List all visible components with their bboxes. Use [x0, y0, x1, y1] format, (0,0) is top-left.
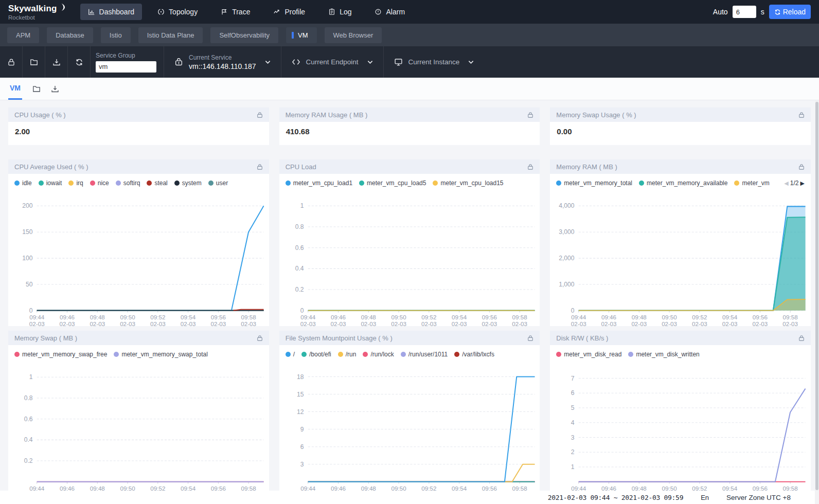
timezone-label[interactable]: Server Zone UTC +8 — [726, 494, 791, 501]
legend-item-run[interactable]: /run — [338, 351, 357, 358]
reload-button[interactable]: Reload — [769, 5, 811, 19]
dashboard-tab-istio[interactable]: Istio — [101, 27, 131, 43]
dashboard-tab-istio-data-plane[interactable]: Istio Data Plane — [138, 27, 203, 43]
legend-item-meter-vm[interactable]: meter_vm — [734, 179, 769, 187]
legend-item-meter-vm-cpu-load5[interactable]: meter_vm_cpu_load5 — [359, 179, 426, 187]
chart-plot[interactable]: 05010015020009:4402-0309:4602-0309:4802-… — [8, 187, 269, 326]
dashboard-tab-label: VM — [298, 31, 308, 39]
chart-plot[interactable]: 123456709:4402-0309:4602-0309:4802-0309:… — [550, 358, 811, 497]
current-instance-selector[interactable]: Current Instance — [383, 46, 485, 78]
legend-item-meter-vm-memory-swap-free[interactable]: meter_vm_memory_swap_free — [14, 351, 107, 358]
legend-item-system[interactable]: system — [174, 179, 202, 187]
scrollbar-thumb[interactable] — [815, 102, 818, 490]
chart-row-1: CPU Average Used ( % ) idleiowaitirqnice… — [8, 159, 811, 326]
dashboard-tab-web-browser[interactable]: Web Browser — [325, 27, 382, 43]
legend-prev-icon[interactable]: ◀ — [784, 180, 788, 187]
lock-icon[interactable] — [257, 112, 263, 118]
svg-text:5: 5 — [571, 404, 575, 411]
code-icon — [292, 58, 300, 66]
chart-file-system-mountpoint-usage[interactable]: 36912151809:4402-0309:4602-0309:4802-030… — [279, 358, 540, 497]
legend-label: meter_vm_memory_swap_total — [121, 351, 207, 358]
legend-next-icon[interactable]: ▶ — [800, 180, 805, 187]
legend-item-meter-vm-memory-swap-total[interactable]: meter_vm_memory_swap_total — [114, 351, 207, 358]
chart-plot[interactable]: 01,0002,0003,0004,00009:4402-0309:4602-0… — [550, 187, 811, 326]
legend-item-softirq[interactable]: softirq — [116, 179, 140, 187]
legend-item-nice[interactable]: nice — [90, 179, 109, 187]
card-title: Memory Swap Usage ( % ) — [556, 111, 636, 119]
lock-icon[interactable] — [798, 335, 805, 341]
lock-icon[interactable] — [527, 112, 533, 118]
lock-icon[interactable] — [527, 335, 533, 341]
svg-text:0.8: 0.8 — [295, 223, 304, 230]
legend-item-irq[interactable]: irq — [68, 179, 83, 187]
current-service-selector[interactable]: Current Service vm::146.148.110.187 — [164, 46, 281, 78]
legend-item-steal[interactable]: steal — [147, 179, 167, 187]
nav-item-alarm[interactable]: Alarm — [367, 4, 413, 20]
folder-icon[interactable] — [32, 85, 41, 93]
dashboard-tab-apm[interactable]: APM — [7, 27, 39, 43]
chart-plot[interactable]: 36912151809:4402-0309:4602-0309:4802-030… — [279, 358, 540, 497]
svg-text:09:58: 09:58 — [241, 314, 256, 320]
svg-text:1: 1 — [29, 373, 33, 381]
svg-text:09:50: 09:50 — [391, 314, 406, 320]
download-icon[interactable] — [51, 85, 59, 93]
page-scrollbar[interactable] — [815, 100, 819, 504]
legend-item-meter-vm-memory-available[interactable]: meter_vm_memory_available — [639, 179, 727, 187]
legend-item-meter-vm-memory-total[interactable]: meter_vm_memory_total — [556, 179, 632, 187]
svg-text:4: 4 — [571, 419, 575, 426]
nav-item-log[interactable]: Log — [321, 4, 359, 20]
service-group-input[interactable] — [96, 61, 156, 73]
lock-icon[interactable] — [257, 164, 263, 170]
chart-disk-rw[interactable]: 123456709:4402-0309:4602-0309:4802-0309:… — [550, 358, 811, 497]
lock-icon[interactable] — [798, 164, 805, 170]
folder-icon — [30, 58, 38, 66]
dashboard-tab-database[interactable]: Database — [47, 27, 93, 43]
lock-icon[interactable] — [257, 335, 263, 341]
legend-item-run-user-1011[interactable]: /run/user/1011 — [401, 351, 448, 358]
trace-icon — [221, 8, 228, 15]
current-endpoint-selector[interactable]: Current Endpoint — [281, 46, 383, 78]
legend-item-meter-vm-cpu-load15[interactable]: meter_vm_cpu_load15 — [433, 179, 503, 187]
nav-item-trace[interactable]: Trace — [213, 4, 258, 20]
folder-button[interactable] — [23, 46, 45, 78]
lock-icon[interactable] — [798, 112, 805, 118]
time-range-picker[interactable]: 2021-02-03 09:44 ~ 2021-02-03 09:59 — [548, 494, 683, 501]
nav-item-dashboard[interactable]: Dashboard — [80, 4, 143, 20]
legend-item-meter-vm-disk-read[interactable]: meter_vm_disk_read — [556, 351, 621, 358]
chart-memory-swap[interactable]: 0.20.40.60.8109:4402-0309:4602-0309:4802… — [8, 358, 269, 497]
language-toggle[interactable]: En — [701, 494, 709, 501]
nav-item-profile[interactable]: Profile — [265, 4, 313, 20]
nav-item-topology[interactable]: Topology — [150, 4, 205, 20]
chart-cpu-average-used[interactable]: 05010015020009:4402-0309:4602-0309:4802-… — [8, 187, 269, 326]
svg-text:0.6: 0.6 — [24, 416, 33, 423]
refresh-button[interactable] — [68, 46, 91, 78]
lock-button[interactable] — [0, 46, 23, 78]
svg-text:2: 2 — [571, 448, 575, 456]
legend-item-meter-vm-disk-written[interactable]: meter_vm_disk_written — [628, 351, 699, 358]
svg-text:1: 1 — [300, 202, 304, 209]
legend-item-run-lock[interactable]: /run/lock — [363, 351, 394, 358]
dashboard-tab-selfobservability[interactable]: SelfObservability — [210, 27, 278, 43]
legend-item-user[interactable]: user — [208, 179, 228, 187]
legend-item-meter-vm-cpu-load1[interactable]: meter_vm_cpu_load1 — [286, 179, 352, 187]
auto-interval-input[interactable] — [733, 6, 756, 18]
tab-vm[interactable]: VM — [8, 78, 22, 100]
legend-item-item[interactable]: / — [286, 351, 295, 358]
brand[interactable]: Skywalking Rocketbot — [8, 4, 65, 21]
svg-text:02-03: 02-03 — [120, 320, 135, 326]
legend-item-iowait[interactable]: iowait — [39, 179, 62, 187]
chart-plot[interactable]: 0.20.40.60.8109:4402-0309:4602-0309:4802… — [8, 358, 269, 497]
chart-cpu-load[interactable]: 00.20.40.60.8109:4402-0309:4602-0309:480… — [279, 187, 540, 326]
metric-card-memory-swap-usage: Memory Swap Usage ( % ) 0.00 — [550, 107, 811, 145]
dashboard-tab-vm[interactable]: VM — [286, 27, 317, 43]
lock-icon[interactable] — [527, 164, 533, 170]
legend-item-var-lib-lxcfs[interactable]: /var/lib/lxcfs — [454, 351, 494, 358]
metric-card-row: CPU Usage ( % ) 2.00 Memory RAM Usage ( … — [8, 107, 811, 145]
legend-item-idle[interactable]: idle — [14, 179, 32, 187]
chart-memory-ram[interactable]: 01,0002,0003,0004,00009:4402-0309:4602-0… — [550, 187, 811, 326]
export-button[interactable] — [45, 46, 68, 78]
chart-plot[interactable]: 00.20.40.60.8109:4402-0309:4602-0309:480… — [279, 187, 540, 326]
legend-item-boot-efi[interactable]: /boot/efi — [301, 351, 331, 358]
auto-reload-label: Auto — [713, 8, 728, 16]
legend-dot — [147, 181, 152, 186]
